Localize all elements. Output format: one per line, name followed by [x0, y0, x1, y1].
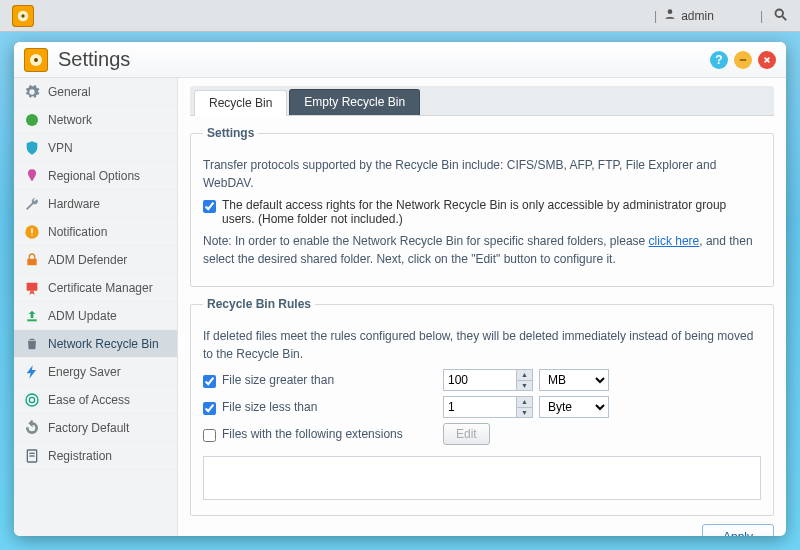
window-title: Settings — [58, 48, 130, 71]
separator: | — [654, 9, 657, 23]
sidebar-item-label: Registration — [48, 449, 112, 463]
bolt-icon — [24, 364, 40, 380]
shield-icon — [24, 140, 40, 156]
svg-point-2 — [668, 9, 673, 14]
rules-legend: Recycle Bin Rules — [203, 297, 315, 311]
help-button[interactable]: ? — [710, 51, 728, 69]
rules-intro: If deleted files meet the rules configur… — [203, 327, 761, 363]
form-icon — [24, 448, 40, 464]
settings-window: Settings ? GeneralNetworkVPNRegional Opt… — [14, 42, 786, 536]
sidebar-item-certificate-manager[interactable]: Certificate Manager — [14, 274, 177, 302]
admin-only-checkbox[interactable] — [203, 200, 216, 213]
sidebar-item-network[interactable]: Network — [14, 106, 177, 134]
titlebar[interactable]: Settings ? — [14, 42, 786, 78]
spin-down-icon[interactable]: ▼ — [516, 408, 532, 418]
ext-textarea[interactable] — [203, 456, 761, 500]
sidebar-item-network-recycle-bin[interactable]: Network Recycle Bin — [14, 330, 177, 358]
svg-rect-12 — [31, 228, 32, 233]
sidebar-item-adm-update[interactable]: ADM Update — [14, 302, 177, 330]
svg-rect-14 — [27, 258, 36, 265]
sidebar-item-regional-options[interactable]: Regional Options — [14, 162, 177, 190]
less-checkbox[interactable] — [203, 402, 216, 415]
spin-down-icon[interactable]: ▼ — [516, 381, 532, 391]
settings-legend: Settings — [203, 126, 258, 140]
settings-app-icon — [24, 48, 48, 72]
rule-ext-row: Files with the following extensions Edit — [203, 423, 761, 445]
note-text: Note: In order to enable the Network Rec… — [203, 232, 761, 268]
sidebar-item-label: ADM Update — [48, 309, 117, 323]
rules-fieldset: Recycle Bin Rules If deleted files meet … — [190, 297, 774, 516]
svg-rect-15 — [27, 282, 38, 290]
svg-rect-13 — [31, 234, 32, 235]
ext-edit-button[interactable]: Edit — [443, 423, 490, 445]
spin-up-icon[interactable]: ▲ — [516, 370, 532, 381]
os-logo[interactable] — [12, 5, 34, 27]
sidebar-item-label: Ease of Access — [48, 393, 130, 407]
sidebar-item-label: Notification — [48, 225, 107, 239]
reset-icon — [24, 420, 40, 436]
greater-unit-select[interactable]: ByteKBMBGBTB — [539, 369, 609, 391]
rule-less-row: File size less than ▲▼ ByteKBMBGBTB — [203, 396, 761, 418]
tab-empty-recycle-bin[interactable]: Empty Recycle Bin — [289, 89, 420, 115]
ext-checkbox[interactable] — [203, 429, 216, 442]
svg-line-4 — [782, 16, 786, 20]
svg-point-6 — [34, 58, 38, 62]
svg-point-10 — [26, 114, 38, 126]
minimize-button[interactable] — [734, 51, 752, 69]
current-user[interactable]: admin — [681, 9, 714, 23]
content-area: Recycle BinEmpty Recycle Bin Settings Tr… — [178, 78, 786, 536]
admin-only-label: The default access rights for the Networ… — [222, 198, 761, 226]
sidebar-item-general[interactable]: General — [14, 78, 177, 106]
cert-icon — [24, 280, 40, 296]
sidebar-item-label: Hardware — [48, 197, 100, 211]
svg-point-17 — [26, 394, 38, 406]
alert-icon — [24, 224, 40, 240]
wrench-icon — [24, 196, 40, 212]
svg-rect-16 — [27, 319, 36, 321]
rule-greater-row: File size greater than ▲▼ ByteKBMBGBTB — [203, 369, 761, 391]
apply-button[interactable]: Apply — [702, 524, 774, 536]
user-icon[interactable] — [663, 7, 677, 24]
sidebar-item-ease-of-access[interactable]: Ease of Access — [14, 386, 177, 414]
sidebar-item-label: Energy Saver — [48, 365, 121, 379]
greater-label: File size greater than — [222, 373, 334, 387]
svg-point-1 — [21, 14, 25, 18]
sidebar-item-label: Certificate Manager — [48, 281, 153, 295]
sidebar-item-vpn[interactable]: VPN — [14, 134, 177, 162]
less-label: File size less than — [222, 400, 317, 414]
os-topbar: | admin | — [0, 0, 800, 32]
greater-checkbox[interactable] — [203, 375, 216, 388]
protocols-text: Transfer protocols supported by the Recy… — [203, 156, 761, 192]
ext-label: Files with the following extensions — [222, 427, 403, 441]
access-icon — [24, 392, 40, 408]
globe-icon — [24, 112, 40, 128]
sidebar-item-label: ADM Defender — [48, 253, 127, 267]
search-icon[interactable] — [773, 7, 788, 25]
settings-sidebar: GeneralNetworkVPNRegional OptionsHardwar… — [14, 78, 178, 536]
tab-recycle-bin[interactable]: Recycle Bin — [194, 90, 287, 116]
tab-strip: Recycle BinEmpty Recycle Bin — [190, 86, 774, 116]
sidebar-item-notification[interactable]: Notification — [14, 218, 177, 246]
sidebar-item-hardware[interactable]: Hardware — [14, 190, 177, 218]
pin-icon — [24, 168, 40, 184]
spin-up-icon[interactable]: ▲ — [516, 397, 532, 408]
sidebar-item-label: Network — [48, 113, 92, 127]
sidebar-item-factory-default[interactable]: Factory Default — [14, 414, 177, 442]
sidebar-item-label: VPN — [48, 141, 73, 155]
sidebar-item-label: Factory Default — [48, 421, 129, 435]
sidebar-item-label: Regional Options — [48, 169, 140, 183]
close-button[interactable] — [758, 51, 776, 69]
separator: | — [760, 9, 763, 23]
update-icon — [24, 308, 40, 324]
click-here-link[interactable]: click here — [649, 234, 700, 248]
trash-icon — [24, 336, 40, 352]
less-unit-select[interactable]: ByteKBMBGBTB — [539, 396, 609, 418]
sidebar-item-registration[interactable]: Registration — [14, 442, 177, 470]
sidebar-item-label: General — [48, 85, 91, 99]
gear-icon — [24, 84, 40, 100]
svg-point-18 — [29, 397, 34, 402]
sidebar-item-adm-defender[interactable]: ADM Defender — [14, 246, 177, 274]
sidebar-item-energy-saver[interactable]: Energy Saver — [14, 358, 177, 386]
sidebar-item-label: Network Recycle Bin — [48, 337, 159, 351]
lock-icon — [24, 252, 40, 268]
